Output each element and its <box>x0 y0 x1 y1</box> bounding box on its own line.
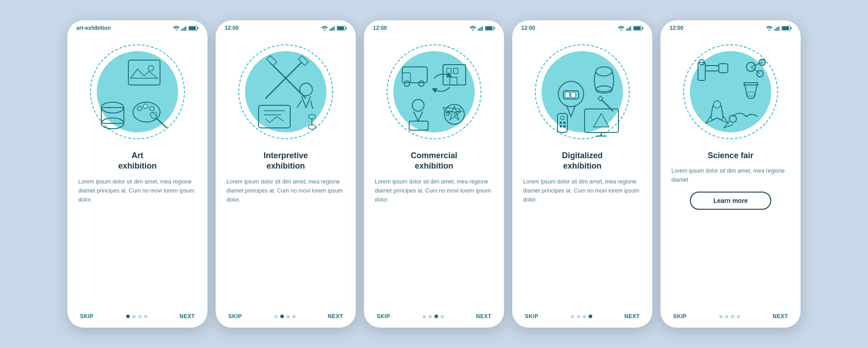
interpretive-illustration <box>236 42 335 141</box>
svg-rect-63 <box>634 27 641 30</box>
card-title-2: Interpretiveexhibition <box>226 150 345 172</box>
svg-rect-91 <box>705 66 719 71</box>
svg-rect-0 <box>181 29 182 31</box>
skip-btn-3[interactable]: SKIP <box>377 313 390 320</box>
svg-point-14 <box>143 104 148 108</box>
phone-card-interpretive-exhibition: 12:00 <box>216 20 356 328</box>
illustration-area-1 <box>67 33 208 150</box>
skip-btn-2[interactable]: SKIP <box>228 313 242 320</box>
dots-5 <box>719 315 740 318</box>
dot-1-1 <box>132 315 136 318</box>
card-title-5: Science fair <box>671 150 790 161</box>
wifi-icon-3 <box>470 26 476 31</box>
illustration-area-5 <box>660 33 801 150</box>
svg-point-47 <box>419 81 424 86</box>
phone-card-commercial-exhibition: 12:00 <box>364 20 504 328</box>
dot-4-3 <box>589 315 592 318</box>
svg-rect-64 <box>642 27 643 29</box>
bottom-nav-1: SKIP NEXT <box>67 309 208 328</box>
next-btn-3[interactable]: NEXT <box>476 313 491 320</box>
content-area-1: Artexhibition Lorem ipsum dolor sit dim … <box>67 150 208 309</box>
svg-rect-1 <box>183 28 184 31</box>
status-bar-3: 12:00 <box>364 20 504 33</box>
svg-rect-2 <box>184 27 185 31</box>
svg-point-15 <box>150 106 154 111</box>
dot-3-2 <box>434 315 438 318</box>
card-title-3: Commercialexhibition <box>375 150 493 172</box>
svg-rect-22 <box>334 26 335 31</box>
dot-1-0 <box>126 315 130 318</box>
svg-rect-42 <box>486 27 492 30</box>
svg-point-28 <box>300 83 312 96</box>
status-icons-4 <box>618 26 643 31</box>
svg-rect-24 <box>337 27 344 30</box>
next-btn-5[interactable]: NEXT <box>773 313 788 320</box>
svg-rect-31 <box>259 105 290 128</box>
svg-rect-51 <box>450 77 457 85</box>
phones-container: art-exhibition <box>67 20 801 328</box>
status-bar-2: 12:00 <box>216 20 356 33</box>
svg-rect-82 <box>563 125 566 127</box>
commercial-illustration <box>384 42 484 141</box>
dot-3-3 <box>441 315 444 318</box>
dot-1-2 <box>138 315 142 318</box>
svg-rect-3 <box>185 26 186 31</box>
card-desc-3: Lorem ipsum dolor sit dim amet, mea regi… <box>375 177 493 204</box>
phone-card-art-exhibition: art-exhibition <box>67 20 208 328</box>
svg-rect-68 <box>571 92 576 98</box>
svg-marker-74 <box>594 113 609 127</box>
skip-btn-4[interactable]: SKIP <box>525 313 538 320</box>
content-area-4: Digitalizedexhibition Lorem ipsum dolor … <box>512 150 652 309</box>
svg-rect-60 <box>629 27 630 31</box>
svg-rect-92 <box>719 64 728 73</box>
dot-2-0 <box>274 315 278 318</box>
signal-icon-5 <box>774 26 780 31</box>
svg-rect-21 <box>332 27 333 31</box>
svg-line-30 <box>311 101 313 109</box>
dot-2-1 <box>280 315 284 318</box>
content-area-5: Science fair Lorem ipsum dolor sit dim a… <box>660 150 801 309</box>
status-time-3: 12:00 <box>373 25 387 31</box>
status-time-1: art-exhibition <box>76 25 111 31</box>
svg-rect-49 <box>447 68 451 74</box>
svg-rect-5 <box>189 27 196 30</box>
svg-rect-85 <box>777 27 778 31</box>
svg-rect-89 <box>791 27 792 29</box>
status-time-2: 12:00 <box>225 25 239 31</box>
dot-4-1 <box>577 315 580 318</box>
bottom-nav-4: SKIP NEXT <box>512 309 652 328</box>
art-illustration <box>88 42 187 141</box>
dot-3-1 <box>429 315 432 318</box>
wifi-icon-2 <box>321 26 328 31</box>
svg-point-13 <box>137 106 142 111</box>
science-illustration <box>681 42 780 141</box>
status-bar-4: 12:00 <box>512 20 652 33</box>
svg-rect-83 <box>774 29 775 31</box>
bottom-nav-2: SKIP NEXT <box>216 309 356 328</box>
svg-rect-79 <box>560 122 562 124</box>
svg-line-17 <box>155 117 167 128</box>
svg-point-100 <box>747 92 755 96</box>
svg-point-52 <box>412 99 424 111</box>
learn-more-button[interactable]: Learn more <box>690 192 771 210</box>
next-btn-4[interactable]: NEXT <box>624 313 640 320</box>
content-area-3: Commercialexhibition Lorem ipsum dolor s… <box>364 150 504 309</box>
svg-rect-43 <box>494 27 495 29</box>
next-btn-2[interactable]: NEXT <box>328 313 343 320</box>
wifi-icon-5 <box>766 26 773 31</box>
skip-btn-1[interactable]: SKIP <box>80 313 94 320</box>
dot-5-3 <box>737 315 740 318</box>
svg-rect-58 <box>626 29 627 31</box>
svg-line-29 <box>297 101 302 108</box>
dot-4-2 <box>583 315 586 318</box>
svg-rect-19 <box>330 29 330 31</box>
card-desc-2: Lorem ipsum dolor sit dim amet, mea regi… <box>226 177 345 204</box>
svg-rect-84 <box>776 28 777 31</box>
dots-4 <box>571 315 592 318</box>
battery-icon-1 <box>189 26 198 31</box>
status-icons-1 <box>173 26 198 31</box>
svg-rect-50 <box>453 68 458 74</box>
skip-btn-5[interactable]: SKIP <box>673 313 687 320</box>
card-title-1: Artexhibition <box>78 150 197 172</box>
next-btn-1[interactable]: NEXT <box>179 313 195 320</box>
